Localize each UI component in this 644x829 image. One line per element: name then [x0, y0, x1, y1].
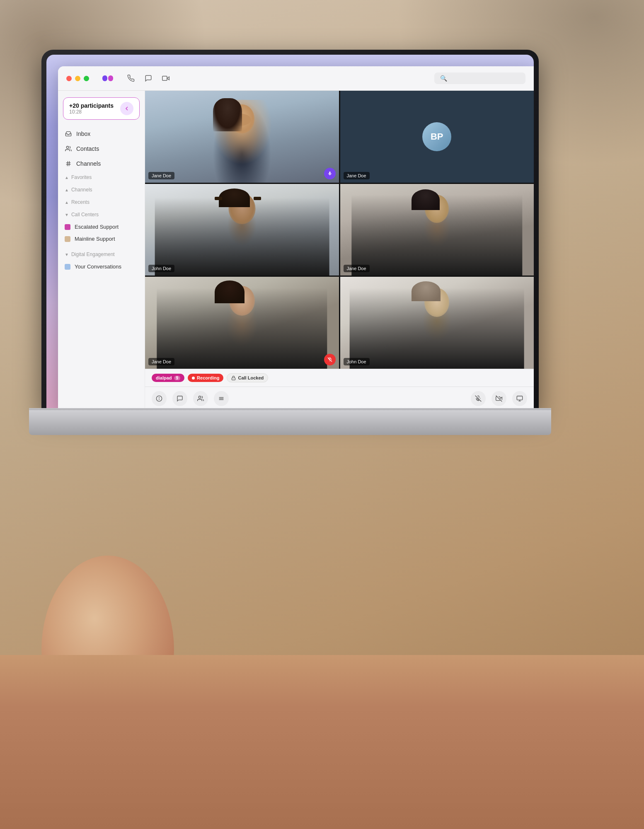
- screen-share-button[interactable]: [512, 391, 527, 406]
- recents-chevron: ▲: [65, 200, 69, 205]
- favorites-label: Favorites: [71, 174, 92, 180]
- mainline-support-dot: [65, 236, 70, 242]
- svg-rect-24: [517, 396, 522, 400]
- video-cell-2[interactable]: BP Jane Doe: [340, 91, 534, 183]
- badge-dialpad[interactable]: dialpad 9: [152, 374, 184, 382]
- participant-video-1: [145, 91, 339, 183]
- titlebar: 🔍: [58, 66, 534, 91]
- video-name-6: John Doe: [344, 358, 370, 365]
- svg-line-7: [67, 161, 68, 166]
- call-time: 10:28: [69, 109, 114, 115]
- audio-indicator-1: [324, 168, 336, 179]
- window-controls: [66, 76, 89, 81]
- laptop-wrapper: 🔍 +20 participants: [41, 50, 644, 746]
- escalated-support-dot: [65, 224, 70, 230]
- recording-dot: [192, 377, 195, 379]
- recording-label: Recording: [197, 375, 219, 380]
- channels-section-label: Channels: [71, 187, 92, 193]
- participant-video-4: [340, 184, 534, 276]
- titlebar-icons: [126, 74, 170, 83]
- favorites-section-header[interactable]: ▲ Favorites: [58, 171, 145, 184]
- app-window: 🔍 +20 participants: [58, 66, 534, 410]
- close-button[interactable]: [66, 76, 72, 81]
- video-cell-3[interactable]: John Doe: [145, 184, 339, 276]
- svg-rect-3: [162, 76, 167, 81]
- participant-video-5: [145, 277, 339, 369]
- call-info: +20 participants 10:28: [69, 102, 114, 115]
- svg-point-17: [199, 396, 201, 398]
- participant-video-3: [145, 184, 339, 276]
- video-name-1: Jane Doe: [148, 172, 174, 179]
- call-participants: +20 participants: [69, 102, 114, 109]
- muted-indicator-5: [324, 354, 336, 365]
- chat-icon[interactable]: [144, 74, 153, 83]
- active-call-pill[interactable]: +20 participants 10:28: [63, 97, 140, 120]
- video-panel: Jane Doe: [145, 91, 534, 410]
- call-centers-chevron: ▼: [65, 213, 69, 217]
- sidebar-item-your-conversations[interactable]: Your Conversations: [58, 261, 145, 273]
- channels-chevron: ▲: [65, 188, 69, 192]
- participant-video-6: [340, 277, 534, 369]
- video-cell-4[interactable]: Jane Doe: [340, 184, 534, 276]
- laptop-bezel: 🔍 +20 participants: [41, 50, 539, 410]
- laptop: 🔍 +20 participants: [41, 50, 613, 733]
- video-name-5: Jane Doe: [148, 358, 174, 365]
- your-conversations-dot: [65, 264, 70, 270]
- mainline-support-label: Mainline Support: [75, 236, 115, 242]
- svg-rect-13: [232, 378, 235, 380]
- digital-engagement-chevron: ▼: [65, 252, 69, 257]
- svg-point-4: [66, 146, 68, 148]
- search-bar[interactable]: 🔍: [434, 73, 525, 84]
- laptop-screen: 🔍 +20 participants: [46, 55, 534, 410]
- badge-recording[interactable]: Recording: [188, 374, 223, 382]
- dialpad-count: 9: [174, 376, 181, 380]
- video-cell-1[interactable]: Jane Doe: [145, 91, 339, 183]
- sidebar: +20 participants 10:28: [58, 91, 145, 410]
- lock-icon: [231, 376, 236, 380]
- recents-section-header[interactable]: ▲ Recents: [58, 196, 145, 208]
- inbox-label: Inbox: [76, 131, 90, 137]
- favorites-chevron: ▲: [65, 175, 69, 180]
- info-button[interactable]: [152, 391, 167, 406]
- sidebar-item-inbox[interactable]: Inbox: [58, 126, 145, 141]
- sidebar-item-escalated-support[interactable]: Escalated Support: [58, 221, 145, 233]
- video-name-2: Jane Doe: [344, 172, 370, 179]
- video-cell-6[interactable]: John Doe: [340, 277, 534, 369]
- mute-button[interactable]: [471, 391, 486, 406]
- sidebar-item-channels[interactable]: Channels: [58, 156, 145, 171]
- hash-icon: [65, 160, 72, 167]
- digital-engagement-section-header[interactable]: ▼ Digital Engagement: [58, 248, 145, 261]
- svg-rect-0: [102, 75, 107, 81]
- badge-call-locked[interactable]: Call Locked: [227, 373, 268, 382]
- channels-label: Channels: [76, 160, 101, 167]
- participant-avatar-2: BP: [422, 122, 451, 151]
- video-cell-5[interactable]: Jane Doe: [145, 277, 339, 369]
- minimize-button[interactable]: [75, 76, 80, 81]
- channels-section-header[interactable]: ▲ Channels: [58, 184, 145, 196]
- status-bar: dialpad 9 Recording: [145, 369, 534, 387]
- video-icon[interactable]: [161, 74, 170, 83]
- main-content: +20 participants 10:28: [58, 91, 534, 410]
- chat-button[interactable]: [172, 391, 187, 406]
- left-controls: [152, 391, 229, 406]
- video-name-4: Jane Doe: [344, 265, 370, 272]
- call-locked-label: Call Locked: [238, 375, 264, 380]
- maximize-button[interactable]: [84, 76, 89, 81]
- svg-rect-1: [108, 75, 113, 81]
- svg-marker-2: [167, 77, 169, 80]
- call-centers-label: Call Centers: [71, 212, 99, 218]
- sidebar-item-contacts[interactable]: Contacts: [58, 141, 145, 156]
- video-off-button[interactable]: [491, 391, 506, 406]
- settings-button[interactable]: [214, 391, 229, 406]
- return-to-call-button[interactable]: [120, 102, 133, 115]
- phone-icon[interactable]: [126, 74, 136, 83]
- contacts-icon: [65, 145, 72, 152]
- app-logo: [102, 72, 114, 85]
- dialpad-badge-label: dialpad: [156, 375, 172, 380]
- participants-button[interactable]: [193, 391, 208, 406]
- sidebar-item-mainline-support[interactable]: Mainline Support: [58, 233, 145, 245]
- escalated-support-label: Escalated Support: [75, 224, 119, 230]
- call-centers-section-header[interactable]: ▼ Call Centers: [58, 208, 145, 221]
- laptop-base: [29, 410, 551, 435]
- video-grid: Jane Doe: [145, 91, 534, 369]
